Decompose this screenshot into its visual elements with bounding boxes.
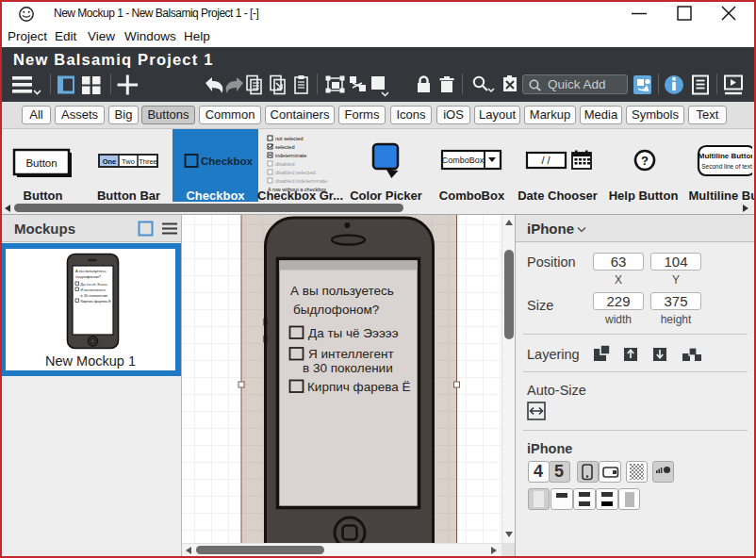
- svg-text:А вы пользуетесь: А вы пользуетесь: [290, 284, 394, 298]
- svg-text:indeterminate: indeterminate: [275, 153, 306, 158]
- svg-text:?: ?: [641, 154, 649, 168]
- svg-text:Two: Two: [122, 157, 135, 166]
- svg-text:A row without a checkbox: A row without a checkbox: [268, 187, 326, 192]
- svg-text:Кирпич фарева Ё: Кирпич фарева Ё: [307, 380, 410, 394]
- svg-text:/ /: / /: [541, 155, 551, 166]
- svg-text:Кирпич фарева Ё: Кирпич фарева Ё: [81, 299, 112, 304]
- svg-text:ComboBox: ComboBox: [442, 156, 485, 165]
- svg-text:disabled indeterminate: disabled indeterminate: [275, 178, 327, 184]
- svg-text:быдлофоном?: быдлофоном?: [75, 274, 102, 279]
- svg-text:Button: Button: [25, 157, 57, 169]
- svg-text:Я интеллегент: Я интеллегент: [81, 287, 107, 292]
- svg-text:А вы пользуетесь: А вы пользуетесь: [75, 269, 107, 273]
- svg-text:Multiline Button: Multiline Button: [698, 152, 752, 160]
- svg-text:Three: Three: [139, 157, 157, 166]
- svg-text:Second line of text: Second line of text: [701, 163, 752, 170]
- svg-text:One: One: [103, 157, 117, 166]
- svg-text:Да ты чё Эээээ: Да ты чё Эээээ: [308, 326, 399, 340]
- svg-text:Да ты чё Эээээ: Да ты чё Эээээ: [81, 282, 107, 287]
- svg-text:Я интеллегент: Я интеллегент: [308, 347, 394, 361]
- svg-text:not selected: not selected: [275, 136, 304, 141]
- svg-text:в 30 поколении: в 30 поколении: [81, 293, 107, 298]
- svg-text:disabled: disabled: [275, 161, 295, 167]
- svg-text:Checkbox: Checkbox: [201, 156, 254, 167]
- svg-text:быдлофоном?: быдлофоном?: [293, 303, 379, 317]
- svg-text:в 30 поколении: в 30 поколении: [303, 361, 393, 375]
- svg-text:disabled selected: disabled selected: [275, 170, 316, 175]
- svg-text:selected: selected: [275, 144, 295, 150]
